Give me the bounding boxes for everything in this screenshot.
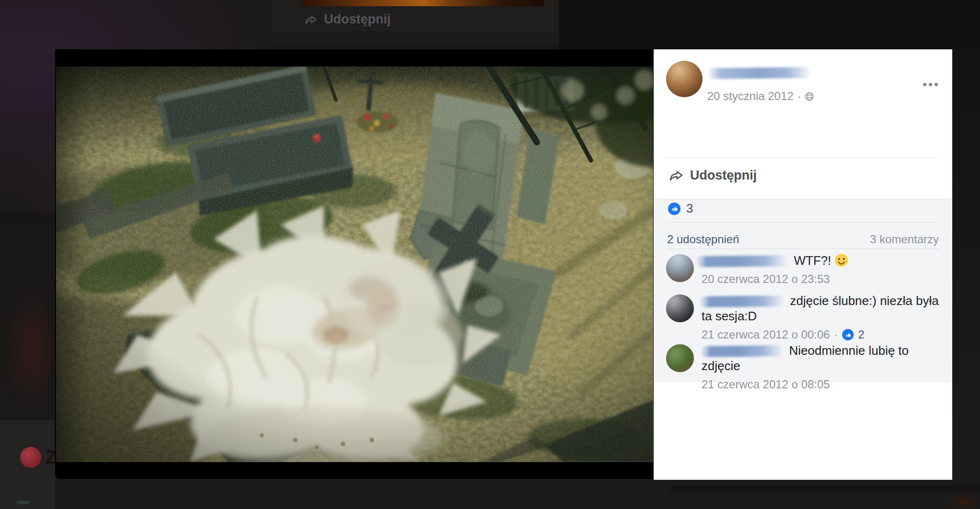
dimmed-notification-icon (20, 447, 41, 468)
like-count: 3 (686, 201, 693, 216)
facebook-photo-theater: { "background": { "share_label": "Udostę… (0, 0, 980, 509)
comment-item: WTF?! 20 czerwca 2012 o 23:53 (666, 253, 941, 286)
divider (667, 249, 939, 249)
comment-item: Nieodmiennie lubię to zdjęcie 21 czerwca… (666, 343, 941, 391)
privacy-globe-icon (805, 92, 814, 101)
comments-count-link[interactable]: 3 komentarzy (870, 233, 939, 246)
shares-count-link[interactable]: 2 udostępnień (667, 233, 739, 246)
feedback-section: 3 2 udostępnień 3 komentarzy WTF?! 20 cz… (654, 199, 952, 382)
share-arrow-icon (304, 12, 318, 26)
share-arrow-icon (668, 167, 684, 183)
avatar-image (666, 254, 694, 282)
comment-item: zdjęcie ślubne:) niezła była ta sesja:D … (666, 293, 941, 341)
divider (667, 222, 939, 223)
photo-info-panel: 20 stycznia 2012 · Udostępnij 3 2 udostę… (654, 49, 952, 480)
dimmed-share-button: Udostępnij (304, 12, 391, 27)
like-icon (668, 203, 680, 215)
photo-cemetery-bride[interactable] (56, 67, 653, 462)
author-avatar[interactable] (666, 61, 702, 97)
dimmed-green-mark (16, 501, 30, 504)
comment-like-icon (842, 329, 854, 340)
dimmed-red-image (4, 287, 52, 412)
comment-author-avatar[interactable] (666, 294, 694, 322)
like-summary[interactable]: 3 (668, 201, 693, 216)
dimmed-shadow-band (670, 486, 980, 492)
comment-text: WTF?! (794, 253, 831, 268)
divider (667, 158, 939, 158)
comment-author-name-redacted[interactable] (696, 255, 791, 267)
avatar-image (666, 294, 694, 322)
comment-author-name-redacted[interactable] (700, 295, 787, 307)
dimmed-page-top-right (559, 0, 980, 49)
share-label: Udostępnij (690, 168, 757, 183)
avatar-image (666, 61, 702, 97)
more-options-button[interactable] (923, 83, 938, 86)
dimmed-post-image (303, 0, 544, 6)
author-name-redacted[interactable] (707, 67, 816, 79)
comment-timestamp[interactable]: 20 czerwca 2012 o 23:53 (702, 272, 941, 286)
dot-separator: · (834, 328, 838, 341)
avatar-image (666, 344, 694, 372)
dimmed-page-bottom (0, 478, 980, 509)
comment-author-avatar[interactable] (666, 254, 694, 282)
dimmed-post-footer (271, 30, 559, 43)
comment-timestamp[interactable]: 21 czerwca 2012 o 08:05 (702, 378, 941, 391)
share-button[interactable]: Udostępnij (668, 167, 757, 183)
smiley-emoji-icon (835, 253, 848, 267)
photo-stage[interactable] (55, 49, 654, 479)
comment-author-avatar[interactable] (666, 344, 694, 372)
dot-separator: · (797, 90, 801, 103)
comment-like-count: 2 (858, 328, 864, 341)
post-date: 20 stycznia 2012 (707, 90, 793, 103)
dimmed-share-label: Udostępnij (324, 12, 391, 27)
dimmed-corner-image (947, 494, 980, 509)
post-date-row[interactable]: 20 stycznia 2012 · (707, 90, 814, 103)
dimmed-post-card: Udostępnij (271, 0, 559, 43)
comment-timestamp[interactable]: 21 czerwca 2012 o 00:06 · 2 (702, 328, 941, 341)
comment-author-name-redacted[interactable] (701, 345, 786, 357)
thumbs-up-icon (671, 205, 678, 212)
dimmed-page-right (952, 49, 980, 480)
